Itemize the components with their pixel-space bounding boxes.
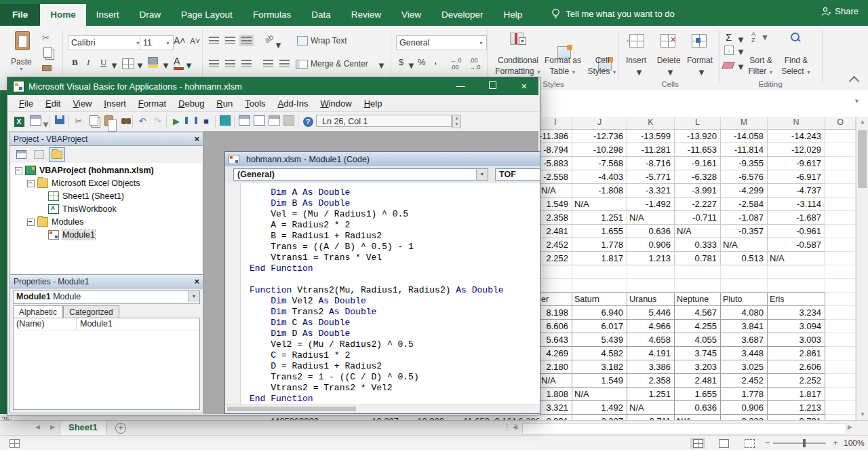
close-button[interactable]: × bbox=[511, 77, 538, 95]
cell[interactable]: 4.567 bbox=[675, 306, 721, 320]
cell[interactable] bbox=[825, 225, 856, 238]
cell[interactable]: Pluto bbox=[721, 293, 768, 306]
cell-styles-label2[interactable]: Styles ▼ bbox=[587, 67, 617, 76]
align-right-icon[interactable] bbox=[241, 60, 252, 67]
ribbon-tab-home[interactable]: Home bbox=[40, 4, 86, 26]
cell[interactable]: -6.576 bbox=[721, 170, 768, 184]
ribbon-tab-data[interactable]: Data bbox=[301, 4, 341, 26]
view-code-button[interactable] bbox=[14, 148, 28, 161]
cell[interactable]: -0.587 bbox=[768, 238, 825, 252]
column-header-L[interactable]: L bbox=[675, 117, 721, 129]
vba-menu-file[interactable]: File bbox=[13, 98, 39, 109]
cell[interactable] bbox=[825, 238, 856, 252]
project-panel-titlebar[interactable]: Project - VBAProject × bbox=[10, 132, 203, 146]
close-icon[interactable]: × bbox=[194, 134, 199, 144]
sheet-tab-sheet1[interactable]: Sheet1 bbox=[60, 421, 106, 436]
vba-menu-window[interactable]: Window bbox=[314, 98, 357, 109]
cell[interactable]: 2.481 bbox=[539, 225, 572, 238]
fill-color-dropdown-arrow[interactable]: ▼ bbox=[161, 61, 170, 70]
cell[interactable]: 2.252 bbox=[768, 374, 825, 388]
vba-menu-view[interactable]: View bbox=[66, 98, 98, 109]
cell[interactable]: 4.966 bbox=[627, 320, 675, 333]
ribbon-tab-page-layout[interactable]: Page Layout bbox=[171, 4, 243, 26]
find-icon[interactable] bbox=[117, 115, 130, 128]
vba-menu-help[interactable]: Help bbox=[358, 98, 389, 109]
hscroll-right-arrow[interactable]: ▶ bbox=[848, 424, 852, 430]
ribbon-tab-formulas[interactable]: Formulas bbox=[243, 4, 301, 26]
cell[interactable]: -14.243 bbox=[768, 130, 825, 143]
scroll-up-arrow[interactable]: ▲ bbox=[856, 117, 868, 128]
cell[interactable]: 1.817 bbox=[572, 252, 627, 265]
tree-item-modules[interactable]: Modules bbox=[11, 217, 202, 227]
cell[interactable] bbox=[768, 279, 825, 293]
cell[interactable]: N/A bbox=[627, 401, 675, 415]
cell[interactable]: 2.452 bbox=[539, 238, 572, 252]
cell[interactable]: Uranus bbox=[627, 293, 675, 306]
cell[interactable] bbox=[768, 265, 825, 279]
page-layout-view-button[interactable] bbox=[716, 438, 731, 449]
tree-collapse-toggle[interactable] bbox=[27, 219, 35, 226]
cell[interactable]: Saturn bbox=[572, 293, 627, 306]
cell[interactable] bbox=[627, 279, 675, 293]
cell[interactable]: -2.584 bbox=[721, 198, 768, 211]
fill-button[interactable]: ↓ bbox=[724, 45, 734, 55]
cell[interactable]: 3.203 bbox=[675, 360, 721, 374]
cell[interactable]: 5.446 bbox=[627, 306, 675, 320]
align-center-icon[interactable] bbox=[225, 60, 235, 67]
cell[interactable] bbox=[825, 306, 856, 320]
cell[interactable]: 0.781 bbox=[675, 252, 721, 265]
increase-indent-icon[interactable] bbox=[279, 60, 290, 67]
cell[interactable]: -5.883 bbox=[539, 157, 572, 170]
help-icon[interactable]: ? bbox=[302, 115, 314, 128]
ribbon-tab-file[interactable]: File bbox=[0, 4, 40, 26]
cell-styles-button[interactable]: Cell bbox=[587, 56, 617, 65]
cell[interactable]: -0.711 bbox=[675, 211, 721, 225]
cell[interactable]: 2.861 bbox=[768, 347, 825, 360]
cell[interactable] bbox=[825, 143, 856, 157]
ribbon-tab-developer[interactable]: Developer bbox=[431, 4, 494, 26]
cell[interactable]: 2.606 bbox=[768, 360, 825, 374]
bold-button[interactable]: B bbox=[72, 57, 78, 68]
cell[interactable]: 4.658 bbox=[627, 333, 675, 347]
cell[interactable]: 0.711 bbox=[627, 415, 675, 420]
zoom-slider-track[interactable] bbox=[773, 443, 826, 444]
cell[interactable]: -6.328 bbox=[675, 170, 721, 184]
zoom-slider-thumb[interactable] bbox=[803, 439, 806, 447]
cell[interactable]: 3.321 bbox=[539, 401, 572, 415]
code-horizontal-scrollbar[interactable] bbox=[225, 405, 540, 413]
properties-panel-titlebar[interactable]: Properties - Module1 × bbox=[10, 275, 203, 288]
cell[interactable]: 1.251 bbox=[572, 211, 627, 225]
format-as-table-label2[interactable]: Table ▼ bbox=[542, 67, 583, 76]
undo-icon[interactable]: ↶ bbox=[136, 115, 149, 128]
procedure-combo[interactable]: TOF bbox=[495, 168, 540, 181]
cell[interactable]: -4.403 bbox=[572, 170, 627, 184]
cell[interactable]: -8.716 bbox=[627, 157, 675, 170]
cell[interactable] bbox=[825, 265, 856, 279]
cell[interactable] bbox=[825, 198, 856, 211]
view-excel-icon[interactable]: X bbox=[13, 115, 25, 128]
decrease-font-icon[interactable]: A˅ bbox=[190, 37, 200, 46]
decrease-indent-icon[interactable] bbox=[263, 60, 273, 67]
cell[interactable] bbox=[825, 360, 856, 374]
next-sheet-arrow[interactable]: ▶ bbox=[50, 424, 55, 430]
cell[interactable]: 5.439 bbox=[572, 333, 627, 347]
cell[interactable]: N/A bbox=[627, 211, 675, 225]
cell[interactable]: -11.653 bbox=[675, 143, 721, 157]
conditional-formatting-label2[interactable]: Formatting ▼ bbox=[492, 67, 544, 76]
cell[interactable]: -13.599 bbox=[627, 130, 675, 143]
fill-color-button[interactable] bbox=[148, 57, 158, 67]
cell[interactable]: 4.191 bbox=[627, 347, 675, 360]
vertical-scroll-thumb[interactable] bbox=[858, 130, 867, 188]
cell[interactable] bbox=[825, 293, 856, 306]
vba-menu-format[interactable]: Format bbox=[132, 98, 172, 109]
accounting-format-button[interactable]: $ bbox=[399, 57, 403, 67]
previous-sheet-arrow[interactable]: ◀ bbox=[35, 424, 40, 430]
copy-icon[interactable] bbox=[87, 115, 100, 128]
cell[interactable]: 4.269 bbox=[539, 347, 572, 360]
sort-filter-label2[interactable]: Filter ▼ bbox=[745, 67, 777, 76]
cell[interactable]: N/A bbox=[539, 374, 572, 388]
tree-item-microsoft-excel-objects[interactable]: Microsoft Excel Objects bbox=[11, 178, 202, 189]
underline-dropdown-arrow[interactable]: ▼ bbox=[110, 61, 119, 70]
paste-label[interactable]: Paste bbox=[11, 57, 32, 67]
align-bottom-icon[interactable] bbox=[241, 37, 252, 44]
